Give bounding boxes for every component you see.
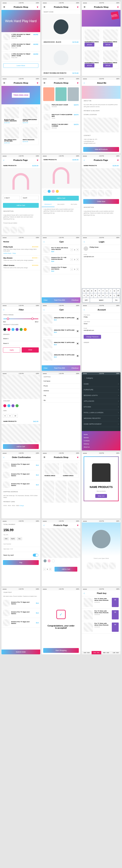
color-swatches[interactable] bbox=[42, 188, 80, 194]
menu-icon[interactable]: ≡ bbox=[44, 5, 45, 9]
menu-icon[interactable]: ≡ bbox=[44, 81, 45, 85]
product-card[interactable]: BALLERINAS WITH KITTEN HEEL$199.99 bbox=[3, 126, 20, 145]
size-selector[interactable]: 1 Size ▾ bbox=[3, 196, 20, 200]
done-button[interactable]: Start Shopping bbox=[43, 648, 79, 653]
add-cart-button[interactable]: Add to Cart bbox=[43, 196, 79, 200]
tab-return[interactable]: RETURN bbox=[68, 202, 80, 207]
product-detail-tabs: ●●●●●2:20 PM100% NAME PRODUCTS$139.00 Ad… bbox=[42, 155, 80, 235]
product-card[interactable]: SACRAMENTO DRESS$79.99 bbox=[102, 28, 119, 48]
time-tab[interactable]: 0330 · 0600 bbox=[92, 651, 101, 654]
time-tab[interactable]: 1100 · 0130 bbox=[111, 651, 121, 654]
menu-icon[interactable]: ≡ bbox=[83, 5, 85, 9]
hero-banner[interactable]: Work Hard Play Hard bbox=[1, 10, 40, 32]
trending-banner[interactable]: TREN DING 2018 bbox=[1, 86, 40, 104]
menu-item[interactable]: FURNITURE› bbox=[82, 387, 121, 393]
checkout-button[interactable]: Checkout bbox=[71, 299, 78, 301]
category-card[interactable]: SUMMER DRESS bbox=[62, 462, 79, 477]
map[interactable] bbox=[83, 118, 119, 132]
more-button[interactable]: Learn More bbox=[3, 63, 39, 68]
remove-icon[interactable]: ✕ bbox=[76, 317, 79, 320]
city-field[interactable]: City bbox=[42, 393, 80, 398]
paypal-logo[interactable]: PayPal bbox=[10, 537, 16, 540]
product-image[interactable] bbox=[42, 14, 80, 40]
date-field[interactable]: Valid Date / CVV bbox=[1, 547, 40, 552]
first-name-field[interactable]: First NamePhillip bbox=[82, 313, 121, 319]
filter-screen: ●●●●●2:20 PM100% ‹Filter Price Range $12… bbox=[1, 304, 40, 371]
list-item[interactable]: 4 TIPS ON HOW TO TREAT ADULT ACNEBody ca… bbox=[1, 32, 40, 42]
category-card[interactable]: WOMENS DRESS bbox=[43, 462, 60, 477]
price-slider[interactable] bbox=[3, 318, 39, 319]
view-products-button[interactable]: View all Products bbox=[83, 147, 119, 152]
email-field[interactable]: Emailuser@mail.com bbox=[82, 326, 121, 333]
tab-delivery[interactable]: DELIVERY bbox=[54, 202, 68, 207]
menu-item[interactable]: WEDDING REGISTRY› bbox=[82, 415, 121, 421]
shop-button[interactable]: Shop now bbox=[95, 494, 107, 498]
time-tab[interactable]: 0800 · 1030 bbox=[101, 651, 111, 654]
clear-button[interactable]: Clear bbox=[22, 347, 39, 352]
home-featured: ●●●●●2:20 PM100% ≡Products Shop♥ SMART H… bbox=[42, 1, 80, 76]
add-cart-button[interactable]: Add to Cart bbox=[3, 203, 39, 208]
menu-icon[interactable]: ≡ bbox=[3, 81, 5, 85]
heart-icon[interactable]: ♥ bbox=[37, 5, 38, 8]
product-image[interactable] bbox=[42, 528, 80, 558]
menu-item[interactable]: KITCHEN› bbox=[82, 404, 121, 410]
product-card[interactable]: BLACK PLATED FABRIC SNEAKERS$199.99 bbox=[3, 106, 20, 125]
flash-item[interactable]: Fire TV Stick with Alexa Voice Remote★★★… bbox=[82, 596, 121, 609]
keyboard[interactable]: QWERTYUIOP ASDFGHJKL⌫ 123spaceGo bbox=[82, 288, 121, 303]
name-field[interactable]: Full Name bbox=[42, 379, 80, 383]
pay-button[interactable]: Pay bbox=[3, 560, 39, 565]
applepay-logo[interactable]: Pay bbox=[17, 537, 22, 540]
list-item[interactable]: PAVILION EASY CHAIRArmchair$4379 bbox=[42, 102, 80, 112]
category-tile[interactable] bbox=[68, 87, 79, 101]
last-name-field[interactable]: Last NameSnow bbox=[82, 319, 121, 326]
menu-item[interactable]: PATIO, LAWN & GARDEN› bbox=[82, 410, 121, 415]
product-card[interactable]: SACRAMENTO DRESS$79.99 bbox=[102, 49, 119, 69]
submit-button[interactable]: Submit Order bbox=[1, 650, 40, 654]
list-item[interactable]: DEVELIT SILVER GREY CORNERArmchair$4379 bbox=[42, 122, 80, 132]
card-field[interactable]: Card Number bbox=[1, 542, 40, 547]
save-button[interactable]: Change Password bbox=[83, 335, 101, 339]
cart-submit: ●●●●●2:20 PM100% Your Text Min batch dre… bbox=[1, 588, 40, 654]
flash-item[interactable]: Fire TV Stick with Alexa Voice Remote★★★… bbox=[82, 609, 121, 621]
product-image[interactable] bbox=[1, 375, 40, 399]
time-tab[interactable]: 0100 · 0230 bbox=[82, 651, 91, 654]
save-toggle[interactable] bbox=[33, 554, 39, 557]
menu-item[interactable]: HOME› bbox=[82, 381, 121, 387]
add-cart-button[interactable]: Add to Cart bbox=[3, 444, 39, 449]
menu-icon[interactable]: ≡ bbox=[3, 5, 5, 9]
visa-logo[interactable]: VISA bbox=[3, 537, 9, 540]
phone-field[interactable]: Phone bbox=[42, 383, 80, 389]
avatar bbox=[83, 246, 88, 251]
product-image[interactable] bbox=[1, 168, 40, 194]
page-title: Products Shop bbox=[5, 6, 37, 8]
heart-icon[interactable]: ♥ bbox=[77, 5, 78, 8]
heart-icon[interactable]: ♥ bbox=[117, 5, 119, 8]
product-card[interactable]: WHITE SNEAKERS$199.99 bbox=[21, 126, 39, 145]
email-field[interactable]: Emailuser@mail.com bbox=[82, 252, 121, 259]
product-image[interactable] bbox=[42, 45, 80, 71]
clear-button[interactable]: Clear bbox=[44, 299, 48, 301]
sale-banner[interactable]: SUMMER SALE 50% bbox=[82, 10, 121, 27]
color-selector[interactable]: Gold ▾ bbox=[22, 196, 39, 200]
filter-colors[interactable] bbox=[1, 327, 40, 333]
list-item[interactable]: RAD PLAY IT HIGH SLEEPER BEDHome$4379 bbox=[42, 112, 80, 122]
product-card[interactable]: DENIM EMBROIDERED SLIP-ON$199.99 bbox=[21, 106, 39, 125]
product-image[interactable] bbox=[82, 168, 121, 189]
list-item[interactable]: 4 TIPS ON HOW TO TREAT ADULT ACNEBody ca… bbox=[1, 52, 40, 62]
product-card[interactable]: SACRAMENTO DRESS$79.99 bbox=[83, 49, 100, 69]
zip-field[interactable]: Zip bbox=[42, 398, 80, 403]
flash-item[interactable]: Fire TV Stick with Alexa Voice Remote★★★… bbox=[82, 621, 121, 633]
order-button[interactable]: Order Now bbox=[83, 199, 119, 204]
list-item[interactable]: 4 TIPS ON HOW TO TREAT ADULT ACNEBody ca… bbox=[1, 42, 40, 52]
product-detail: ●●●●●2:20 PM100% ‹Products Page♥ NAME PR… bbox=[1, 155, 40, 235]
category-tile[interactable] bbox=[55, 87, 67, 101]
category-tile[interactable] bbox=[43, 87, 54, 101]
address-field[interactable]: Address bbox=[42, 389, 80, 393]
apply-button[interactable]: Apply bbox=[3, 347, 20, 352]
tab-product[interactable]: PRODUCT bbox=[42, 202, 55, 207]
menu-item[interactable]: HOME IMPROVEMENT› bbox=[82, 421, 121, 427]
review-item: Philip Doyle★★★★★ Real hand wired clasp … bbox=[1, 245, 40, 256]
product-card[interactable]: SACRAMENTO DRESS$79.99 bbox=[83, 28, 100, 48]
menu-item[interactable]: APPLIANCES› bbox=[82, 398, 121, 404]
menu-item[interactable]: BEDDING & BATH› bbox=[82, 393, 121, 398]
